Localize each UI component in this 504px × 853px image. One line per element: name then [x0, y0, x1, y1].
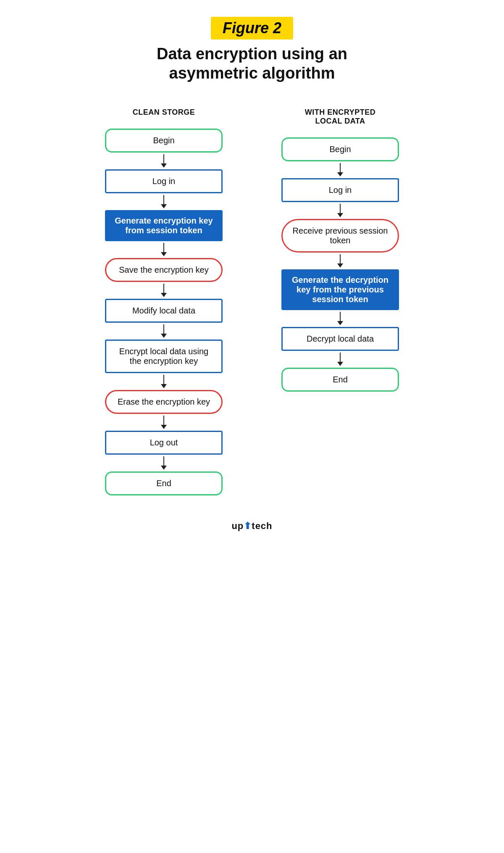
arrow-head: [337, 213, 343, 217]
footer-dot: ⬆: [244, 521, 252, 531]
page-title: Data encryption using an asymmetric algo…: [157, 45, 347, 83]
arrow-line: [163, 416, 164, 425]
arrow: [337, 163, 343, 176]
arrow: [161, 324, 167, 338]
arrow-head: [337, 172, 343, 176]
arrow-head: [161, 384, 167, 388]
arrow-line: [340, 204, 341, 213]
arrow-head: [161, 334, 167, 338]
left-end-box: End: [105, 471, 223, 495]
arrow-head: [337, 321, 343, 325]
arrow-line: [340, 163, 341, 172]
left-begin-box: Begin: [105, 129, 223, 153]
arrow-head: [161, 252, 167, 256]
arrow: [161, 375, 167, 388]
arrow: [337, 204, 343, 217]
arrow-head: [161, 204, 167, 208]
arrow-line: [163, 243, 164, 252]
left-login-box: Log in: [105, 169, 223, 193]
arrow-head: [161, 163, 167, 168]
left-column: CLEAN STORGE Begin Log in Generate encry…: [92, 108, 235, 495]
arrow-head: [161, 425, 167, 429]
left-erase-box: Erase the encryption key: [105, 390, 223, 414]
left-gen-key-box: Generate encryption key from session tok…: [105, 210, 223, 241]
right-login-box: Log in: [281, 178, 399, 202]
right-decrypt-box: Decrypt local data: [281, 327, 399, 351]
arrow: [161, 456, 167, 470]
left-encrypt-box: Encrypt local data using the encryption …: [105, 340, 223, 373]
arrow: [337, 353, 343, 366]
arrow-head: [161, 466, 167, 470]
arrow-head: [337, 263, 343, 268]
arrow-line: [163, 154, 164, 163]
left-column-title: CLEAN STORGE: [133, 108, 195, 117]
arrow-line: [163, 195, 164, 204]
arrow: [161, 243, 167, 256]
arrow-line: [340, 312, 341, 321]
arrow: [337, 312, 343, 325]
left-modify-box: Modify local data: [105, 299, 223, 323]
arrow: [161, 416, 167, 429]
left-save-key-box: Save the encryption key: [105, 258, 223, 282]
flowchart-columns: CLEAN STORGE Begin Log in Generate encry…: [8, 108, 496, 495]
arrow-line: [340, 353, 341, 362]
left-logout-box: Log out: [105, 431, 223, 455]
arrow: [161, 195, 167, 208]
arrow: [161, 154, 167, 168]
arrow-line: [163, 375, 164, 384]
arrow-line: [340, 254, 341, 263]
arrow-line: [163, 324, 164, 334]
right-gen-decrypt-box: Generate the decryption key from the pre…: [281, 269, 399, 310]
arrow-head: [161, 293, 167, 297]
arrow-line: [163, 284, 164, 293]
figure-badge: Figure 2: [211, 17, 293, 39]
right-receive-box: Receive previous session token: [281, 219, 399, 253]
right-column: WITH ENCRYPTED LOCAL DATA Begin Log in R…: [269, 108, 412, 392]
arrow: [337, 254, 343, 268]
footer-brand: up⬆tech: [231, 521, 272, 532]
right-begin-box: Begin: [281, 137, 399, 161]
arrow: [161, 284, 167, 297]
badge-label: Figure 2: [223, 19, 281, 37]
right-column-title: WITH ENCRYPTED LOCAL DATA: [305, 108, 375, 126]
arrow-line: [163, 456, 164, 466]
arrow-head: [337, 362, 343, 366]
right-end-box: End: [281, 368, 399, 392]
